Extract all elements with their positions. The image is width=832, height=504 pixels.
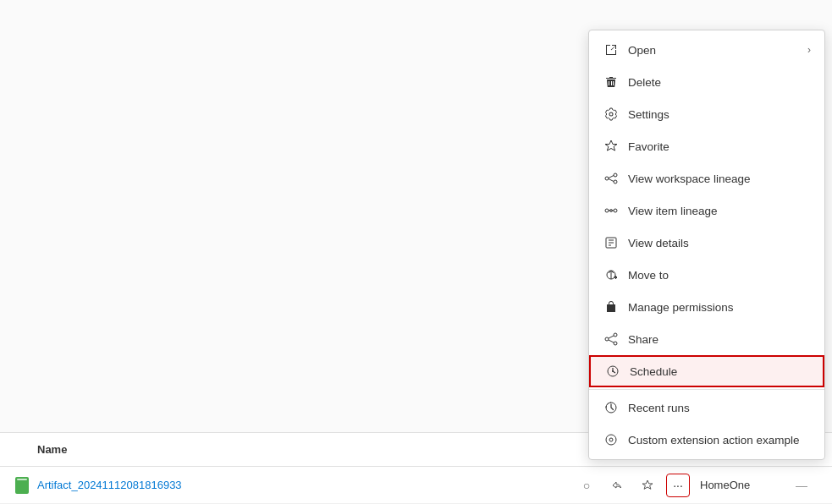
col-header-name: Name [37,443,207,456]
move-icon [603,266,620,283]
svg-point-20 [614,342,617,345]
svg-point-1 [614,173,617,177]
details-icon [603,234,620,251]
item-lineage-icon [603,202,620,219]
svg-line-3 [609,176,614,178]
menu-label-recent-runs: Recent runs [628,402,811,414]
svg-point-5 [605,209,609,212]
context-menu: Open › Delete Settings [588,30,825,460]
menu-divider [589,389,824,390]
file-type-icon [14,477,30,494]
artifact-dash: — [785,479,818,492]
artifact-name[interactable]: Artifact_20241112081816933 [37,479,575,491]
menu-label-delete: Delete [628,76,811,89]
menu-item-open[interactable]: Open › [589,34,824,66]
settings-icon [603,106,620,123]
menu-item-delete[interactable]: Delete [589,66,824,98]
permissions-icon [603,299,620,315]
svg-point-0 [605,177,609,180]
svg-point-19 [614,333,617,337]
menu-label-share: Share [628,333,811,346]
menu-item-view-workspace-lineage[interactable]: View workspace lineage [589,162,824,194]
schedule-icon [604,363,621,380]
lineage-icon [603,170,620,187]
submenu-chevron: › [807,44,811,56]
recent-runs-icon [603,399,620,416]
delete-icon [603,74,620,90]
menu-label-view-item-lineage: View item lineage [628,205,811,217]
row-favorite-btn[interactable] [636,474,659,497]
menu-label-favorite: Favorite [628,140,811,153]
custom-icon [603,431,620,448]
menu-label-settings: Settings [628,108,811,121]
open-icon [603,41,620,58]
svg-point-29 [606,435,616,445]
menu-item-favorite[interactable]: Favorite [589,130,824,162]
share-icon [603,331,620,348]
svg-point-27 [612,370,614,372]
menu-item-view-details[interactable]: View details [589,227,824,259]
artifact-type: HomeOne [700,479,785,491]
svg-line-4 [609,179,614,182]
svg-point-30 [609,438,613,441]
svg-line-22 [609,336,614,338]
page-background: Open › Delete Settings [0,0,832,504]
row-circle-btn[interactable]: ○ [575,474,598,497]
menu-item-custom-extension[interactable]: Custom extension action example [589,424,824,456]
menu-item-view-item-lineage[interactable]: View item lineage [589,194,824,227]
menu-item-settings[interactable]: Settings [589,98,824,130]
menu-item-manage-permissions[interactable]: Manage permissions [589,291,824,323]
menu-label-view-details: View details [628,237,811,249]
menu-label-schedule: Schedule [630,365,809,378]
svg-point-21 [605,337,609,341]
svg-point-2 [614,180,617,184]
svg-point-17 [610,307,613,310]
svg-point-6 [614,209,617,212]
favorite-icon [603,138,620,155]
svg-line-23 [609,340,614,342]
menu-label-custom-extension: Custom extension action example [628,434,811,446]
row-actions: ○ ··· [575,474,690,497]
menu-item-schedule[interactable]: Schedule [589,355,824,387]
menu-item-share[interactable]: Share [589,323,824,355]
menu-label-view-workspace-lineage: View workspace lineage [628,173,811,185]
menu-item-move-to[interactable]: Move to [589,259,824,291]
menu-label-manage-permissions: Manage permissions [628,301,811,314]
menu-item-recent-runs[interactable]: Recent runs [589,392,824,424]
table-row: Artifact_20241112081816933 ○ ··· HomeOne… [0,467,832,504]
row-more-btn[interactable]: ··· [666,474,690,497]
menu-label-move-to: Move to [628,269,811,282]
row-share-btn[interactable] [605,474,629,497]
menu-label-open: Open [628,44,807,57]
